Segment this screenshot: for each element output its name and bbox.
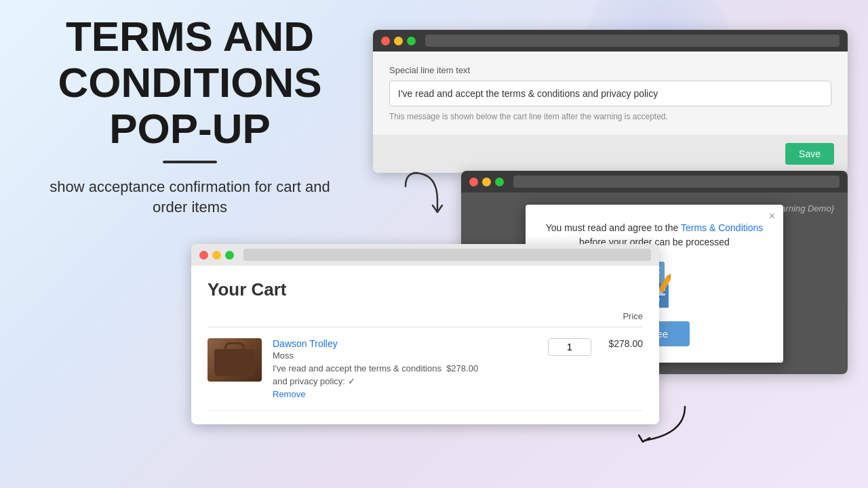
popup-maximize-dot[interactable] xyxy=(495,178,504,186)
product-note-text: I've read and accept the terms & conditi… xyxy=(273,363,441,373)
product-image xyxy=(208,338,262,382)
main-title: TERMS AND CONDITIONS POP-UP xyxy=(27,14,353,152)
cart-browser-content: Your Cart Price Dawson Trolley Moss I've… xyxy=(191,266,659,424)
product-note2: and privacy policy: ✓ xyxy=(273,376,537,386)
popup-close-dot[interactable] xyxy=(469,178,478,186)
cart-window: Your Cart Price Dawson Trolley Moss I've… xyxy=(191,244,659,424)
cart-title: Your Cart xyxy=(208,279,643,300)
modal-message-before: You must read and agree to the xyxy=(546,222,681,233)
cart-table-header: Price xyxy=(208,311,643,327)
remove-link[interactable]: Remove xyxy=(273,389,537,399)
save-button[interactable]: Save xyxy=(785,143,834,165)
line-price: $278.00 xyxy=(602,338,643,349)
product-name[interactable]: Dawson Trolley xyxy=(273,338,537,349)
cart-details: Dawson Trolley Moss I've read and accept… xyxy=(273,338,537,399)
cart-maximize-dot[interactable] xyxy=(225,251,234,260)
arrow-annotation-1 xyxy=(400,166,454,220)
product-price-inline: $278.00 xyxy=(446,363,478,373)
settings-window: Special line item text This message is s… xyxy=(373,30,848,173)
modal-close-button[interactable]: × xyxy=(769,210,775,222)
terms-link[interactable]: Terms & Conditions xyxy=(681,222,763,233)
product-variant: Moss xyxy=(273,350,537,361)
popup-minimize-dot[interactable] xyxy=(482,178,491,186)
product-note: I've read and accept the terms & conditi… xyxy=(273,363,537,373)
cart-titlebar xyxy=(191,244,659,266)
settings-label: Special line item text xyxy=(389,65,831,75)
title-line2: CONDITIONS xyxy=(27,60,353,106)
quantity-input[interactable] xyxy=(548,338,591,356)
maximize-dot[interactable] xyxy=(407,37,416,45)
bag-shape xyxy=(214,349,255,376)
cart-close-dot[interactable] xyxy=(199,251,208,260)
cart-minimize-dot[interactable] xyxy=(212,251,221,260)
title-line3: POP-UP xyxy=(27,106,353,152)
settings-content: Special line item text This message is s… xyxy=(373,52,848,135)
minimize-dot[interactable] xyxy=(394,37,403,45)
subtitle-text: show acceptance confirmation for cart an… xyxy=(47,177,332,219)
settings-titlebar xyxy=(373,30,848,52)
price-header: Price xyxy=(623,311,643,321)
cart-address-bar xyxy=(243,249,651,261)
popup-titlebar xyxy=(461,171,848,192)
settings-input[interactable] xyxy=(389,81,831,106)
title-underline xyxy=(163,161,217,163)
title-line1: TERMS AND xyxy=(27,14,353,60)
settings-footer: Save xyxy=(373,135,848,173)
close-dot[interactable] xyxy=(381,37,390,45)
settings-hint: This message is shown below the cart lin… xyxy=(389,112,831,121)
address-bar xyxy=(425,35,840,47)
cart-row: Dawson Trolley Moss I've read and accept… xyxy=(208,327,643,411)
left-panel: TERMS AND CONDITIONS POP-UP show accepta… xyxy=(27,14,353,218)
popup-address-bar xyxy=(513,176,840,188)
